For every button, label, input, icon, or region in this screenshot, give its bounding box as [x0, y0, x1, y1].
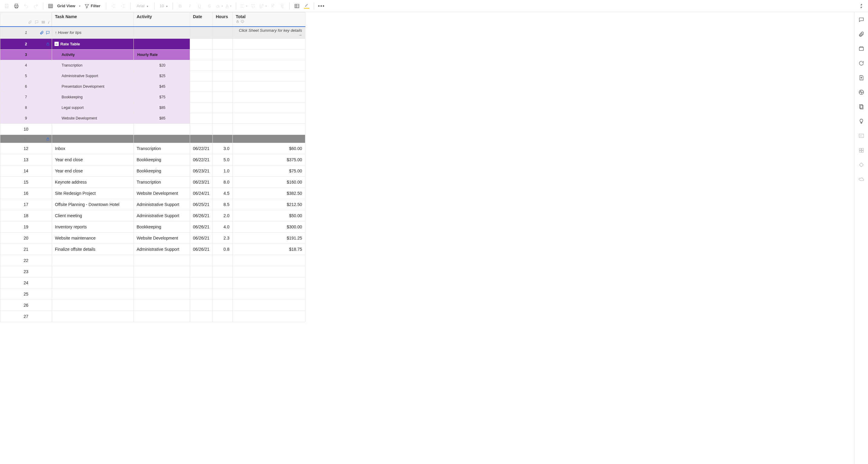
rate-table-row[interactable]: 6 Presentation Development $45 [0, 81, 305, 92]
wrap-button[interactable] [249, 2, 257, 10]
rate-activity-cell[interactable]: Administrative Support [52, 70, 133, 81]
row-number[interactable]: 4 [0, 60, 52, 70]
row-number[interactable]: 18 [0, 210, 52, 221]
column-header-task[interactable]: Task Name [52, 12, 133, 27]
brandfolder-button[interactable] [858, 147, 865, 154]
date-cell[interactable]: 06/22/21 [190, 154, 213, 165]
activity-cell[interactable]: Administrative Support [133, 199, 190, 210]
hours-cell[interactable]: 4.0 [213, 221, 233, 232]
task-cell[interactable]: Client meeting [52, 210, 133, 221]
task-cell[interactable]: Year end close [52, 165, 133, 176]
fill-color-button[interactable]: ▾ [215, 2, 223, 10]
number-format-button[interactable]: ▾ [258, 2, 267, 10]
connector-button[interactable] [858, 162, 865, 168]
date-cell[interactable]: 06/26/21 [190, 210, 213, 221]
row-number[interactable]: 27 [0, 311, 52, 322]
task-cell[interactable]: Year end close [52, 154, 133, 165]
underline-button[interactable]: U [195, 2, 204, 10]
date-cell[interactable]: 06/23/21 [190, 176, 213, 188]
blank-row[interactable]: 25 [0, 288, 305, 299]
conditional-format-button[interactable] [293, 2, 301, 10]
row-number[interactable]: 12 [0, 143, 52, 154]
rate-activity-cell[interactable]: Legal support [52, 102, 133, 113]
total-cell[interactable]: $300.00 [233, 221, 305, 232]
proofs-button[interactable] [858, 45, 865, 52]
hours-cell[interactable]: 2.3 [213, 232, 233, 243]
total-cell[interactable]: $50.00 [233, 210, 305, 221]
collapse-panel-button[interactable] [857, 2, 866, 10]
column-header-hours[interactable]: Hours [213, 12, 233, 27]
sheet-grid[interactable]: 𝑖 Task Name Activity Date Hours Total 1 … [0, 12, 305, 322]
entry-row[interactable]: 19 Inventory reports Bookkeeping 06/26/2… [0, 221, 305, 232]
date-cell[interactable]: 06/24/21 [190, 188, 213, 199]
font-size-selector[interactable]: 10 ▾ [158, 4, 169, 8]
blank-row[interactable]: 26 [0, 299, 305, 311]
indent-button[interactable] [119, 2, 127, 10]
highlight-button[interactable] [302, 2, 311, 10]
rate-activity-cell[interactable]: Bookkeeping [52, 92, 133, 102]
dashboard-button[interactable] [858, 132, 865, 139]
task-cell[interactable]: Website maintenance [52, 232, 133, 243]
row-number[interactable]: 9 [0, 113, 52, 124]
strikethrough-button[interactable]: S [205, 2, 213, 10]
redo-button[interactable] [31, 2, 40, 10]
task-cell[interactable]: Finalize offsite details [52, 243, 133, 255]
date-cell[interactable]: 06/23/21 [190, 165, 213, 176]
blank-row[interactable]: 24 [0, 277, 305, 288]
row-number[interactable]: 23 [0, 266, 52, 277]
row-number[interactable]: 10 [0, 124, 52, 135]
date-cell[interactable]: 06/26/21 [190, 243, 213, 255]
row-number[interactable]: 19 [0, 221, 52, 232]
row-number[interactable]: 2 [0, 38, 52, 49]
row-number[interactable]: 16 [0, 188, 52, 199]
rate-table-row[interactable]: 7 Bookkeeping $75 [0, 92, 305, 102]
italic-button[interactable]: I [186, 2, 194, 10]
row-number[interactable]: 26 [0, 299, 52, 311]
collapse-toggle[interactable]: −Rate Table [55, 42, 80, 46]
hours-cell[interactable]: 3.0 [213, 143, 233, 154]
save-button[interactable] [2, 2, 11, 10]
bold-button[interactable]: B [176, 2, 184, 10]
hours-cell[interactable]: 1.0 [213, 165, 233, 176]
entry-row[interactable]: 21 Finalize offsite details Administrati… [0, 243, 305, 255]
entry-row[interactable]: 16 Site Redesign Project Website Develop… [0, 188, 305, 199]
sheet-summary-button[interactable] [858, 103, 865, 110]
chevron-down-icon[interactable]: ▾ [79, 4, 81, 7]
task-cell[interactable]: Keynote address [52, 176, 133, 188]
column-header-activity[interactable]: Activity [133, 12, 190, 27]
entry-row[interactable]: 13 Year end close Bookkeeping 06/22/21 5… [0, 154, 305, 165]
row-number[interactable]: 7 [0, 92, 52, 102]
filter-button[interactable]: Filter [82, 2, 103, 10]
row-number[interactable]: 17 [0, 199, 52, 210]
total-cell[interactable]: $75.00 [233, 165, 305, 176]
view-selector-label[interactable]: Grid View [56, 4, 76, 8]
row-number[interactable]: 25 [0, 288, 52, 299]
work-insights-button[interactable] [858, 118, 865, 125]
row-number[interactable]: 3 [0, 49, 52, 60]
update-requests-button[interactable] [858, 60, 865, 67]
total-cell[interactable]: $60.00 [233, 143, 305, 154]
rate-table-row[interactable]: 5 Administrative Support $25 [0, 70, 305, 81]
rate-activity-cell[interactable]: Transcription [52, 60, 133, 70]
total-cell[interactable]: $191.25 [233, 232, 305, 243]
row-number[interactable]: 22 [0, 255, 52, 266]
font-selector[interactable]: Arial ▾ [134, 4, 152, 8]
text-color-button[interactable]: A▾ [224, 2, 233, 10]
hours-cell[interactable]: 5.0 [213, 154, 233, 165]
rate-table-header-row[interactable]: 2 −Rate Table [0, 38, 305, 49]
rate-table-row[interactable]: 9 Website Development $85 [0, 113, 305, 124]
rate-table-row[interactable]: 4 Transcription $20 [0, 60, 305, 70]
row-number[interactable]: 20 [0, 232, 52, 243]
rate-value-cell[interactable]: $85 [133, 102, 190, 113]
row-number[interactable]: 14 [0, 165, 52, 176]
row-number[interactable]: 11 [0, 135, 52, 143]
total-cell[interactable]: $160.00 [233, 176, 305, 188]
format-painter-button[interactable] [278, 2, 286, 10]
outdent-button[interactable] [109, 2, 118, 10]
row-number[interactable]: 8 [0, 102, 52, 113]
activity-cell[interactable]: Administrative Support [133, 243, 190, 255]
blank-row[interactable]: 22 [0, 255, 305, 266]
rate-activity-cell[interactable]: Presentation Development [52, 81, 133, 92]
row-number[interactable]: 21 [0, 243, 52, 255]
hours-cell[interactable]: 4.5 [213, 188, 233, 199]
